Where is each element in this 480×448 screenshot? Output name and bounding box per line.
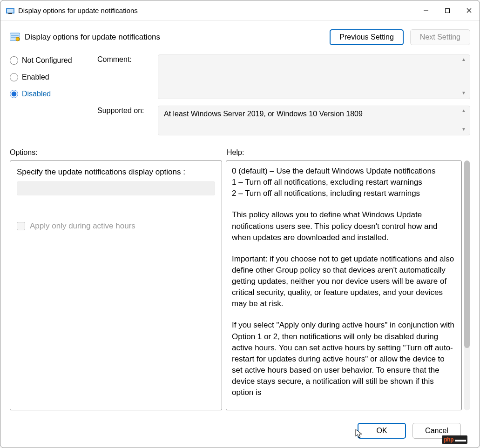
state-column: Not Configured Enabled Disabled bbox=[10, 54, 97, 142]
footer: OK Cancel php ▬▬ bbox=[10, 416, 470, 446]
help-label: Help: bbox=[227, 148, 244, 157]
header-title: Display options for update notifications bbox=[25, 33, 160, 42]
options-panel: Specify the update notifications display… bbox=[10, 160, 222, 410]
radio-disabled-label: Disabled bbox=[22, 90, 51, 98]
comment-textarea[interactable]: ▲ ▼ bbox=[158, 54, 470, 99]
help-scrollbar[interactable] bbox=[464, 160, 470, 410]
header-row: Display options for update notifications… bbox=[10, 29, 470, 45]
svg-rect-4 bbox=[446, 8, 450, 13]
badge-rest: ▬▬ bbox=[455, 436, 466, 443]
help-line-2: 2 – Turn off all notifications, includin… bbox=[232, 189, 420, 198]
svg-point-10 bbox=[16, 37, 20, 41]
section-labels: Options: Help: bbox=[10, 148, 470, 157]
dialog-window: Display options for update notifications… bbox=[0, 0, 480, 448]
content-area: Display options for update notifications… bbox=[0, 21, 480, 448]
svg-rect-1 bbox=[7, 9, 14, 13]
supported-label: Supported on: bbox=[97, 106, 158, 135]
comment-label: Comment: bbox=[97, 54, 158, 99]
meta-column: Comment: ▲ ▼ Supported on: At least Wind… bbox=[97, 54, 470, 142]
help-line-0: 0 (default) – Use the default Windows Up… bbox=[232, 167, 436, 175]
supported-row: Supported on: At least Windows Server 20… bbox=[97, 106, 470, 135]
close-button[interactable] bbox=[458, 2, 480, 20]
help-para-3: Important: if you choose not to get upda… bbox=[232, 254, 456, 310]
settings-list-icon bbox=[10, 32, 20, 42]
supported-on-text: At least Windows Server 2019, or Windows… bbox=[164, 110, 363, 118]
next-setting-button[interactable]: Next Setting bbox=[410, 29, 470, 45]
radio-not-configured-label: Not Configured bbox=[22, 56, 72, 65]
radio-not-configured-input[interactable] bbox=[10, 56, 18, 65]
badge-php: php bbox=[444, 436, 454, 443]
radio-disabled[interactable]: Disabled bbox=[10, 90, 97, 98]
help-line-1: 1 – Turn off all notifications, excludin… bbox=[232, 178, 422, 187]
watermark-badge: php ▬▬ bbox=[442, 435, 468, 444]
scrollbar-thumb[interactable] bbox=[464, 160, 470, 348]
radio-disabled-input[interactable] bbox=[10, 90, 18, 98]
checkbox-icon[interactable] bbox=[17, 222, 25, 230]
scroll-down-icon[interactable]: ▼ bbox=[460, 127, 467, 133]
supported-on-box: At least Windows Server 2019, or Windows… bbox=[158, 106, 470, 135]
window-title: Display options for update notifications bbox=[18, 7, 138, 14]
ok-button[interactable]: OK bbox=[358, 423, 406, 439]
help-para-2: This policy allows you to define what Wi… bbox=[232, 209, 456, 243]
checkbox-label: Apply only during active hours bbox=[30, 221, 135, 231]
options-label: Options: bbox=[10, 148, 227, 157]
specify-label: Specify the update notifications display… bbox=[17, 167, 215, 177]
scroll-down-icon[interactable]: ▼ bbox=[460, 90, 467, 97]
scroll-up-icon[interactable]: ▲ bbox=[460, 57, 467, 63]
titlebar: Display options for update notifications bbox=[0, 0, 480, 21]
minimize-button[interactable] bbox=[415, 2, 437, 20]
scroll-up-icon[interactable]: ▲ bbox=[460, 108, 467, 114]
notifications-dropdown[interactable] bbox=[17, 181, 215, 195]
svg-rect-2 bbox=[8, 13, 12, 14]
help-wrap: 0 (default) – Use the default Windows Up… bbox=[226, 160, 470, 410]
radio-enabled-label: Enabled bbox=[22, 73, 49, 81]
policy-icon bbox=[6, 7, 14, 15]
previous-setting-button[interactable]: Previous Setting bbox=[330, 29, 404, 45]
radio-enabled[interactable]: Enabled bbox=[10, 73, 97, 81]
help-list: 0 (default) – Use the default Windows Up… bbox=[232, 166, 456, 199]
apply-active-hours-checkbox[interactable]: Apply only during active hours bbox=[17, 221, 215, 231]
radio-enabled-input[interactable] bbox=[10, 73, 18, 81]
comment-row: Comment: ▲ ▼ bbox=[97, 54, 470, 99]
panels-row: Specify the update notifications display… bbox=[10, 160, 470, 410]
maximize-button[interactable] bbox=[437, 2, 458, 20]
help-panel: 0 (default) – Use the default Windows Up… bbox=[226, 160, 462, 410]
upper-section: Not Configured Enabled Disabled Comment:… bbox=[10, 54, 470, 142]
help-para-4: If you select "Apply only during active … bbox=[232, 320, 456, 398]
radio-not-configured[interactable]: Not Configured bbox=[10, 56, 97, 65]
